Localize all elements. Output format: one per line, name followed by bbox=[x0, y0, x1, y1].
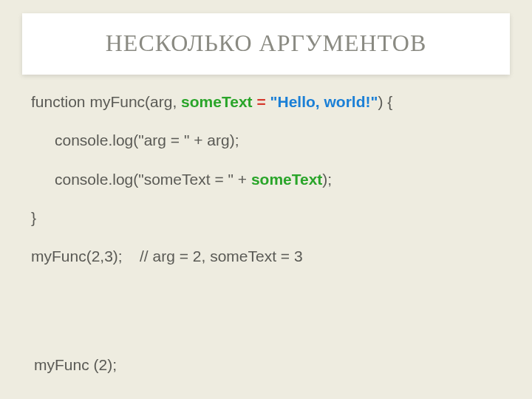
code-line-fn-open: function myFunc(arg, someText = "Hello, … bbox=[31, 92, 502, 112]
code-text: myFunc(2,3); // arg = 2, someText = 3 bbox=[31, 248, 303, 265]
code-block: function myFunc(arg, someText = "Hello, … bbox=[31, 92, 502, 285]
code-text: ) { bbox=[378, 93, 392, 110]
slide: НЕСКОЛЬКО АРГУМЕНТОВ function myFunc(arg… bbox=[0, 0, 532, 399]
code-text: console.log("arg = " + arg); bbox=[55, 132, 239, 149]
code-param-value: "Hello, world!" bbox=[270, 93, 378, 110]
code-text: function myFunc(arg, bbox=[31, 93, 181, 110]
code-line-close: } bbox=[31, 208, 502, 228]
code-line-log2: console.log("someText = " + someText); bbox=[31, 169, 502, 190]
code-param-eq: = bbox=[253, 93, 270, 110]
code-text: myFunc (2); bbox=[34, 356, 117, 373]
title-card: НЕСКОЛЬКО АРГУМЕНТОВ bbox=[22, 13, 510, 75]
code-line-call1: myFunc(2,3); // arg = 2, someText = 3 bbox=[31, 246, 502, 267]
code-text: ); bbox=[322, 171, 332, 188]
code-line-call2: myFunc (2); bbox=[34, 356, 117, 374]
code-text: } bbox=[31, 209, 36, 226]
code-line-log1: console.log("arg = " + arg); bbox=[31, 130, 502, 151]
code-text: console.log("someText = " + bbox=[55, 171, 251, 188]
slide-title: НЕСКОЛЬКО АРГУМЕНТОВ bbox=[30, 30, 502, 57]
code-sometext-ref: someText bbox=[251, 171, 322, 188]
code-param-name: someText bbox=[181, 93, 252, 110]
